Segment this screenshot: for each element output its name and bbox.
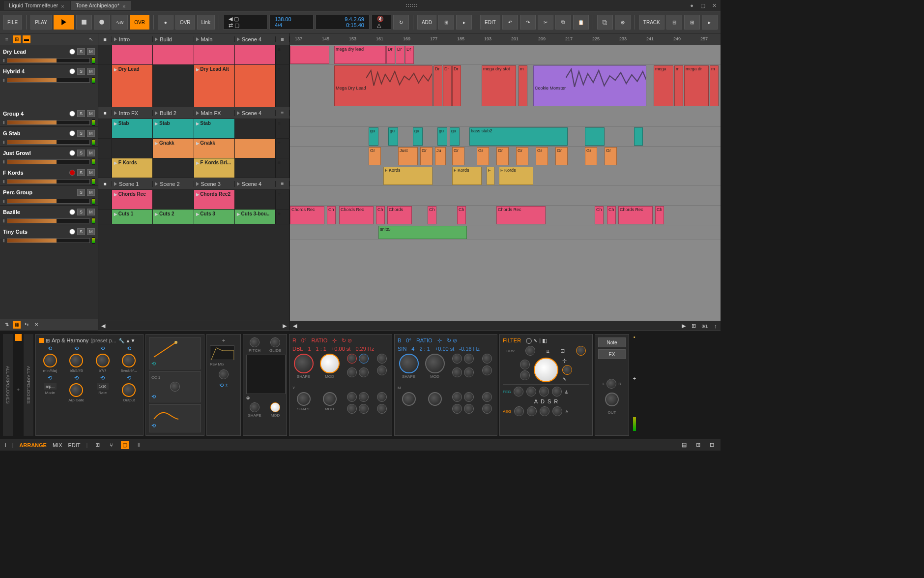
- arranger-clip[interactable]: gu: [388, 127, 398, 146]
- scene-slot[interactable]: Scene 4: [235, 181, 276, 187]
- arrange-tab[interactable]: ARRANGE: [19, 442, 47, 448]
- knob[interactable]: [464, 354, 474, 364]
- clip[interactable]: [153, 65, 194, 107]
- arranger-clip[interactable]: Gr: [516, 147, 528, 165]
- track-view2-icon[interactable]: ⊞: [684, 15, 700, 30]
- add-device-icon[interactable]: +: [15, 343, 22, 436]
- solo-button[interactable]: S: [77, 228, 85, 235]
- arranger-clip[interactable]: Gr: [536, 147, 548, 165]
- play-button[interactable]: [54, 15, 74, 30]
- knob[interactable]: Arp Gate: [67, 383, 85, 402]
- knob[interactable]: [464, 392, 474, 402]
- cut-button[interactable]: ✂: [538, 15, 553, 30]
- arranger-clip[interactable]: F Kords: [452, 167, 482, 185]
- arranger-track[interactable]: GrJustGrJuGrGrGrGrGrGrGrGr: [290, 147, 721, 166]
- track-view3-icon[interactable]: ▸: [702, 15, 718, 30]
- file-button[interactable]: FILE: [3, 15, 22, 30]
- knob[interactable]: [482, 354, 492, 364]
- row-menu-icon[interactable]: ≡: [276, 181, 289, 186]
- knob[interactable]: [525, 346, 535, 356]
- mute-button[interactable]: M: [87, 189, 95, 196]
- scroll-left-icon[interactable]: ◀: [290, 321, 300, 331]
- clip[interactable]: [235, 45, 276, 64]
- arranger-clip[interactable]: Ch: [428, 206, 436, 224]
- arranger-clip[interactable]: [585, 127, 605, 146]
- close-icon[interactable]: ×: [122, 3, 126, 7]
- lfo-display[interactable]: ⟲: [149, 337, 201, 369]
- clip[interactable]: ▶ Gnakk: [194, 139, 235, 158]
- pointer-icon[interactable]: ↖: [87, 35, 95, 43]
- arranger-track[interactable]: mega dry leadDrDrDr: [290, 45, 721, 65]
- panel-icon[interactable]: ⊞: [93, 441, 101, 449]
- clip[interactable]: ▶ Cuts 2: [153, 210, 194, 224]
- arranger-clip[interactable]: F: [487, 167, 494, 185]
- clip[interactable]: ▶ Cuts 1: [112, 210, 153, 224]
- knob[interactable]: GLIDE: [267, 337, 284, 353]
- knob[interactable]: [219, 369, 229, 379]
- record-arm-icon[interactable]: [69, 150, 75, 156]
- device-strip[interactable]: ALL ARPOLOGIES: [24, 334, 33, 436]
- add-icon[interactable]: +: [633, 375, 636, 381]
- record-button[interactable]: [94, 15, 110, 30]
- record-arm-icon[interactable]: [69, 229, 75, 235]
- scene-slot[interactable]: Scene 3: [194, 181, 235, 187]
- arranger-clip[interactable]: Dr: [433, 65, 442, 106]
- view-mode-icon[interactable]: ▦: [13, 321, 21, 329]
- arranger-clip[interactable]: Gr: [477, 147, 489, 165]
- loop-button[interactable]: ↻: [393, 15, 409, 30]
- scene-slot[interactable]: Scene 2: [153, 181, 194, 187]
- zoom-level[interactable]: 8/1: [701, 324, 708, 329]
- clip[interactable]: ▶ Chords Rec: [112, 190, 153, 209]
- arranger-clip[interactable]: snitt5: [378, 226, 467, 239]
- mute-button[interactable]: M: [87, 209, 95, 215]
- knob[interactable]: [552, 387, 562, 396]
- stop-clip-icon[interactable]: [98, 65, 112, 107]
- arranger-track[interactable]: Chords RecChChords RecChChordsChChChords…: [290, 206, 721, 225]
- arranger-clip[interactable]: [290, 46, 329, 64]
- stop-clip-icon[interactable]: [98, 190, 112, 209]
- info-button[interactable]: i: [5, 442, 6, 448]
- row-menu-icon[interactable]: ≡: [276, 190, 289, 209]
- arranger-track[interactable]: F KordsF KordsFF Kords: [290, 166, 721, 186]
- transport-io[interactable]: ◀ ▢⇄ ▢: [223, 15, 267, 30]
- knob[interactable]: PITCH: [246, 337, 263, 353]
- clip[interactable]: ▶ Cuts 3: [194, 210, 235, 224]
- redo-button[interactable]: ↷: [520, 15, 536, 30]
- track-header[interactable]: Just GrowlSM⦀: [0, 147, 98, 166]
- knob[interactable]: b5/5/#5: [67, 354, 85, 373]
- arranger-clip[interactable]: m: [519, 65, 527, 106]
- knob[interactable]: [377, 392, 387, 402]
- solo-button[interactable]: S: [77, 189, 85, 196]
- volume-fader[interactable]: [7, 218, 90, 223]
- volume-fader[interactable]: [7, 159, 90, 164]
- clip[interactable]: [235, 158, 276, 178]
- scene-slot[interactable]: Scene 1: [112, 181, 153, 187]
- knob[interactable]: b7/7: [94, 354, 112, 373]
- clip[interactable]: [235, 190, 276, 209]
- knob[interactable]: [482, 404, 492, 414]
- track-header[interactable]: F KordsSM⦀: [0, 166, 98, 186]
- volume-fader[interactable]: [7, 140, 90, 145]
- knob[interactable]: Output: [120, 383, 138, 402]
- clip[interactable]: [235, 139, 276, 158]
- arranger-clip[interactable]: Gr: [555, 147, 568, 165]
- arranger-track[interactable]: gugugugugubass stab2: [290, 127, 721, 147]
- stop-button[interactable]: [76, 15, 92, 30]
- track-button[interactable]: TRACK: [639, 15, 664, 30]
- arranger-clip[interactable]: mega: [654, 65, 673, 106]
- clip[interactable]: ▶ Dry Lead: [112, 65, 153, 107]
- arranger-track[interactable]: Mega Dry LeadDrDrDrmega dry stötmCookie …: [290, 65, 721, 107]
- stop-clip-icon[interactable]: [98, 45, 112, 64]
- solo-button[interactable]: S: [77, 48, 85, 55]
- ovr-button[interactable]: OVR: [130, 15, 149, 30]
- scene-slot[interactable]: Intro FX: [112, 110, 153, 116]
- clip[interactable]: [112, 139, 153, 158]
- zoom-icon[interactable]: ⊞: [689, 321, 698, 331]
- track-header[interactable]: Dry LeadSM⦀: [0, 45, 98, 65]
- knob[interactable]: [377, 354, 387, 364]
- mute-button[interactable]: M: [87, 130, 95, 137]
- track-header[interactable]: Group 4SM⦀: [0, 107, 98, 127]
- arranger-clip[interactable]: Dr: [452, 65, 461, 106]
- clip[interactable]: ▶ Stab: [153, 119, 194, 138]
- arranger-clip[interactable]: m: [674, 65, 683, 106]
